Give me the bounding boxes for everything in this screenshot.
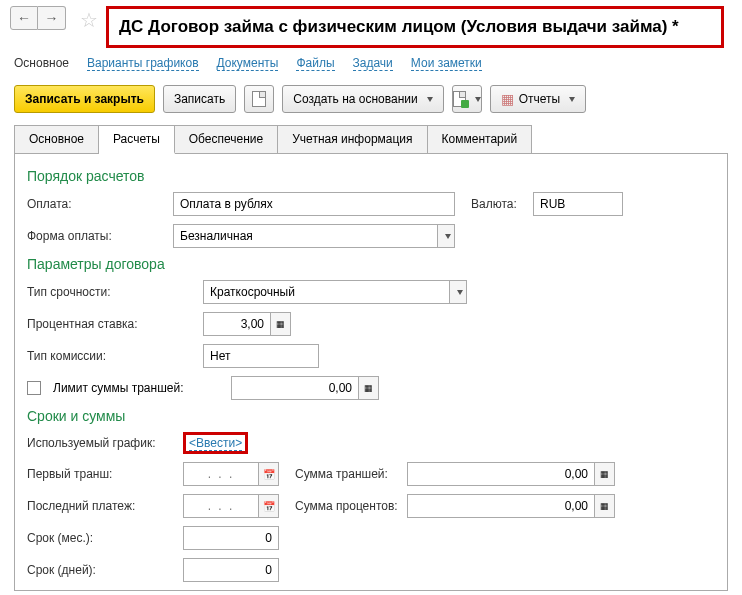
last-payment-date[interactable] [183,494,259,518]
term-days-input[interactable] [183,558,279,582]
rate-input[interactable] [203,312,271,336]
limit-input[interactable] [231,376,359,400]
first-tranche-date[interactable] [183,462,259,486]
link-files[interactable]: Файлы [296,56,334,71]
payform-label: Форма оплаты: [27,229,167,243]
document-attach-icon [453,91,466,107]
tab-calc[interactable]: Расчеты [99,126,175,154]
currency-label: Валюта: [471,197,527,211]
urgency-dropdown-button[interactable] [449,280,467,304]
payment-input[interactable] [173,192,455,216]
nav-fwd-button[interactable]: → [38,6,66,30]
limit-calc-button[interactable]: ▦ [359,376,379,400]
section-contract-params: Параметры договора [27,256,715,272]
term-months-input[interactable] [183,526,279,550]
first-date-picker[interactable]: 📅 [259,462,279,486]
section-payment-order: Порядок расчетов [27,168,715,184]
graph-highlight: <Ввести> [183,432,248,454]
limit-label: Лимит суммы траншей: [53,381,225,395]
sum-interest-label: Сумма процентов: [295,499,401,513]
sum-interest-calc[interactable]: ▦ [595,494,615,518]
sum-interest-input[interactable] [407,494,595,518]
page-title: ДС Договор займа с физическим лицом (Усл… [106,6,724,48]
chevron-down-icon [569,97,575,102]
currency-input[interactable] [533,192,623,216]
document-icon [252,91,266,107]
tab-accounting[interactable]: Учетная информация [278,126,427,153]
link-variants[interactable]: Варианты графиков [87,56,199,71]
payment-label: Оплата: [27,197,167,211]
limit-checkbox[interactable] [27,381,41,395]
tabs: Основное Расчеты Обеспечение Учетная инф… [14,125,532,153]
chevron-down-icon [457,290,463,295]
urgency-select[interactable]: Краткосрочный [203,280,449,304]
sum-tranche-input[interactable] [407,462,595,486]
tab-comment[interactable]: Комментарий [428,126,532,153]
link-notes[interactable]: Мои заметки [411,56,482,71]
section-links: Основное Варианты графиков Документы Фай… [0,48,742,81]
rate-calc-button[interactable]: ▦ [271,312,291,336]
first-tranche-label: Первый транш: [27,467,177,481]
commission-input[interactable] [203,344,319,368]
save-button[interactable]: Записать [163,85,236,113]
payform-select[interactable]: Безналичная [173,224,437,248]
post-button[interactable] [244,85,274,113]
link-documents[interactable]: Документы [217,56,279,71]
save-and-close-button[interactable]: Записать и закрыть [14,85,155,113]
last-payment-label: Последний платеж: [27,499,177,513]
reports-button[interactable]: ▦Отчеты [490,85,586,113]
sum-tranche-calc[interactable]: ▦ [595,462,615,486]
graph-enter-link[interactable]: <Ввести> [189,436,242,451]
section-terms-sums: Сроки и суммы [27,408,715,424]
link-tasks[interactable]: Задачи [353,56,393,71]
tab-collateral[interactable]: Обеспечение [175,126,278,153]
link-main[interactable]: Основное [14,56,69,71]
rate-label: Процентная ставка: [27,317,197,331]
nav-back-button[interactable]: ← [10,6,38,30]
tab-main[interactable]: Основное [15,126,99,153]
create-based-button[interactable]: Создать на основании [282,85,444,113]
sum-tranche-label: Сумма траншей: [295,467,401,481]
term-days-label: Срок (дней): [27,563,177,577]
chevron-down-icon [427,97,433,102]
report-icon: ▦ [501,91,514,107]
commission-label: Тип комиссии: [27,349,197,363]
last-date-picker[interactable]: 📅 [259,494,279,518]
graph-label: Используемый график: [27,436,177,450]
term-months-label: Срок (мес.): [27,531,177,545]
favorite-icon[interactable]: ☆ [80,8,98,32]
chevron-down-icon [475,97,481,102]
chevron-down-icon [445,234,451,239]
payform-dropdown-button[interactable] [437,224,455,248]
urgency-label: Тип срочности: [27,285,197,299]
attach-button[interactable] [452,85,482,113]
